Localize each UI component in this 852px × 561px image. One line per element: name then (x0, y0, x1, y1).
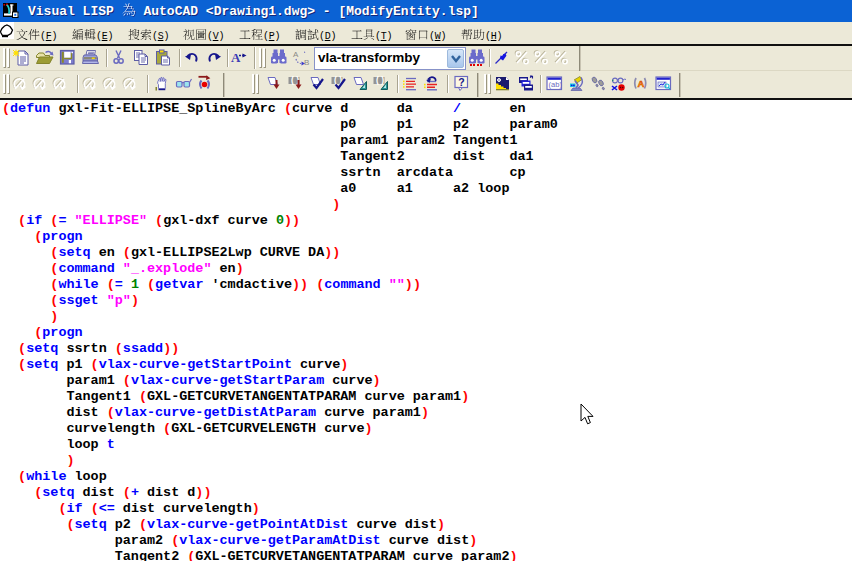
svg-text:B: B (304, 58, 309, 67)
svg-text:A: A (231, 50, 241, 65)
svg-text:?: ? (458, 76, 464, 88)
svg-text:(): () (375, 76, 385, 86)
svg-text:(ab): (ab) (549, 80, 563, 89)
svg-text:A: A (637, 78, 644, 89)
svg-text:A: A (293, 50, 299, 59)
